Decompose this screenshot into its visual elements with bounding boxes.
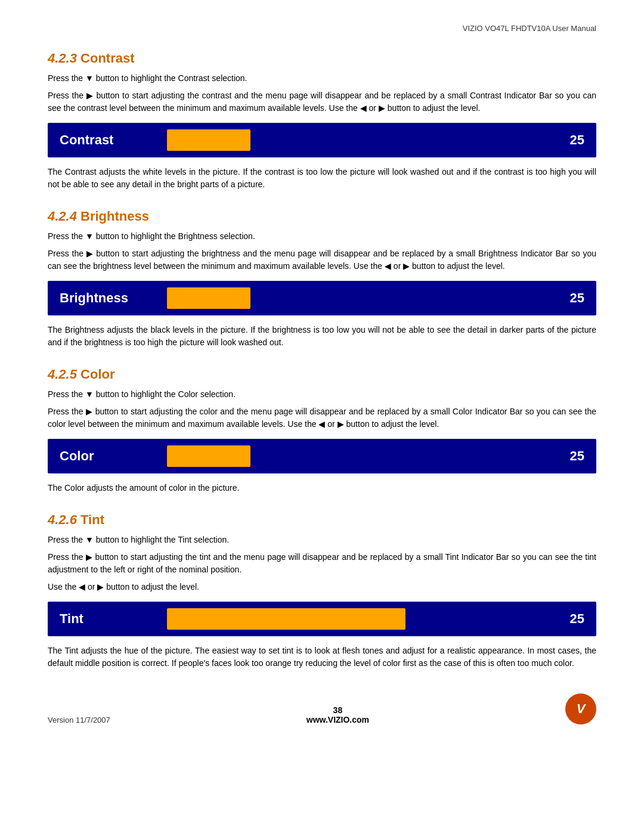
brightness-heading: 4.2.4 Brightness xyxy=(48,209,596,224)
contrast-indicator-fill xyxy=(167,129,250,151)
brightness-title: Brightness xyxy=(80,209,149,224)
contrast-indicator-value: 25 xyxy=(561,132,584,148)
color-section: 4.2.5 Color Press the ▼ button to highli… xyxy=(48,367,596,494)
color-title: Color xyxy=(80,367,114,382)
tint-indicator-bar: Tint 25 xyxy=(48,602,596,636)
vizio-logo: V xyxy=(565,693,596,724)
contrast-indicator-track xyxy=(167,129,549,151)
color-para2: Press the ▶ button to start adjusting th… xyxy=(48,405,596,431)
contrast-heading: 4.2.3 Contrast xyxy=(48,51,596,66)
color-indicator-value: 25 xyxy=(561,448,584,464)
page-number: 38 xyxy=(110,705,565,715)
contrast-section: 4.2.3 Contrast Press the ▼ button to hig… xyxy=(48,51,596,191)
tint-indicator-track xyxy=(167,608,549,630)
contrast-description: The Contrast adjusts the white levels in… xyxy=(48,166,596,191)
page-footer: Version 11/7/2007 38 www.VIZIO.com V xyxy=(48,693,596,724)
brightness-indicator-value: 25 xyxy=(561,290,584,306)
brightness-description: The Brightness adjusts the black levels … xyxy=(48,324,596,349)
color-indicator-track xyxy=(167,445,549,467)
footer-logo-area: V xyxy=(565,693,596,724)
footer-version: Version 11/7/2007 xyxy=(48,716,110,724)
tint-number: 4.2.6 xyxy=(48,512,77,527)
contrast-indicator-label: Contrast xyxy=(60,132,155,148)
color-number: 4.2.5 xyxy=(48,367,77,382)
tint-section: 4.2.6 Tint Press the ▼ button to highlig… xyxy=(48,512,596,670)
tint-heading: 4.2.6 Tint xyxy=(48,512,596,528)
contrast-para1: Press the ▼ button to highlight the Cont… xyxy=(48,72,596,85)
brightness-number: 4.2.4 xyxy=(48,209,77,224)
tint-para1: Press the ▼ button to highlight the Tint… xyxy=(48,534,596,546)
tint-indicator-value: 25 xyxy=(561,611,584,627)
tint-indicator-label: Tint xyxy=(60,611,155,627)
color-indicator-label: Color xyxy=(60,448,155,464)
tint-description: The Tint adjusts the hue of the picture.… xyxy=(48,645,596,670)
tint-para2: Press the ▶ button to start adjusting th… xyxy=(48,551,596,576)
color-indicator-bar: Color 25 xyxy=(48,439,596,473)
brightness-indicator-track xyxy=(167,287,549,309)
brightness-indicator-bar: Brightness 25 xyxy=(48,281,596,315)
contrast-number: 4.2.3 xyxy=(48,51,77,66)
contrast-para2: Press the ▶ button to start adjusting th… xyxy=(48,89,596,114)
brightness-indicator-label: Brightness xyxy=(60,290,155,306)
footer-center: 38 www.VIZIO.com xyxy=(110,705,565,724)
tint-title: Tint xyxy=(80,512,104,527)
brightness-para1: Press the ▼ button to highlight the Brig… xyxy=(48,230,596,243)
manual-title: VIZIO VO47L FHDTV10A User Manual xyxy=(463,24,596,33)
color-heading: 4.2.5 Color xyxy=(48,367,596,382)
contrast-indicator-bar: Contrast 25 xyxy=(48,123,596,157)
color-para1: Press the ▼ button to highlight the Colo… xyxy=(48,388,596,401)
brightness-indicator-fill xyxy=(167,287,250,309)
tint-indicator-fill xyxy=(167,608,405,630)
brightness-section: 4.2.4 Brightness Press the ▼ button to h… xyxy=(48,209,596,349)
tint-para3: Use the ◀ or ▶ button to adjust the leve… xyxy=(48,581,596,593)
brightness-para2: Press the ▶ button to start adjusting th… xyxy=(48,247,596,272)
website-url: www.VIZIO.com xyxy=(110,715,565,724)
color-indicator-fill xyxy=(167,445,250,467)
page-header: VIZIO VO47L FHDTV10A User Manual xyxy=(48,24,596,33)
contrast-title: Contrast xyxy=(80,51,134,66)
color-description: The Color adjusts the amount of color in… xyxy=(48,482,596,494)
